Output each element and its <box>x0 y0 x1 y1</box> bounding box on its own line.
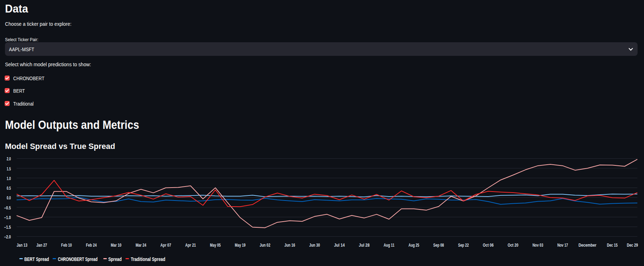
svg-text:May 19: May 19 <box>235 243 246 248</box>
svg-text:Feb 10: Feb 10 <box>61 243 72 248</box>
svg-text:Oct 20: Oct 20 <box>508 243 519 248</box>
svg-text:Jun 02: Jun 02 <box>259 243 270 248</box>
svg-text:Oct 06: Oct 06 <box>483 243 494 248</box>
svg-text:Jul 14: Jul 14 <box>334 243 345 248</box>
svg-text:Aug 25: Aug 25 <box>408 243 419 248</box>
svg-text:1.5: 1.5 <box>7 166 11 171</box>
svg-text:May 05: May 05 <box>210 243 221 248</box>
svg-text:Nov 03: Nov 03 <box>532 243 543 248</box>
svg-text:Mar 10: Mar 10 <box>111 243 122 248</box>
svg-text:Apr 21: Apr 21 <box>185 243 196 248</box>
svg-text:Mar 24: Mar 24 <box>135 243 146 248</box>
svg-text:Aug 11: Aug 11 <box>384 243 395 248</box>
svg-text:Jun 30: Jun 30 <box>309 243 320 248</box>
svg-text:Jan 27: Jan 27 <box>36 243 47 248</box>
svg-text:Jun 16: Jun 16 <box>284 243 295 248</box>
svg-text:Sep 08: Sep 08 <box>433 243 444 248</box>
svg-text:−0.5: −0.5 <box>4 205 11 211</box>
svg-text:−1.5: −1.5 <box>4 225 11 230</box>
svg-text:Jan 13: Jan 13 <box>17 243 28 248</box>
svg-text:Jul 28: Jul 28 <box>359 243 370 248</box>
svg-text:−2.0: −2.0 <box>4 234 11 240</box>
svg-text:December: December <box>579 243 596 248</box>
svg-text:Dec 15: Dec 15 <box>607 243 618 248</box>
svg-text:0.0: 0.0 <box>7 195 11 200</box>
svg-text:0.5: 0.5 <box>7 186 11 191</box>
svg-text:1.0: 1.0 <box>7 176 11 181</box>
svg-text:Feb 24: Feb 24 <box>86 243 97 248</box>
svg-text:−1.0: −1.0 <box>4 215 11 220</box>
svg-text:Nov 17: Nov 17 <box>557 243 568 248</box>
svg-text:2.0: 2.0 <box>7 156 11 161</box>
svg-text:Apr 07: Apr 07 <box>160 243 171 248</box>
svg-text:Sep 22: Sep 22 <box>458 243 469 248</box>
svg-text:Dec 29: Dec 29 <box>627 243 638 248</box>
